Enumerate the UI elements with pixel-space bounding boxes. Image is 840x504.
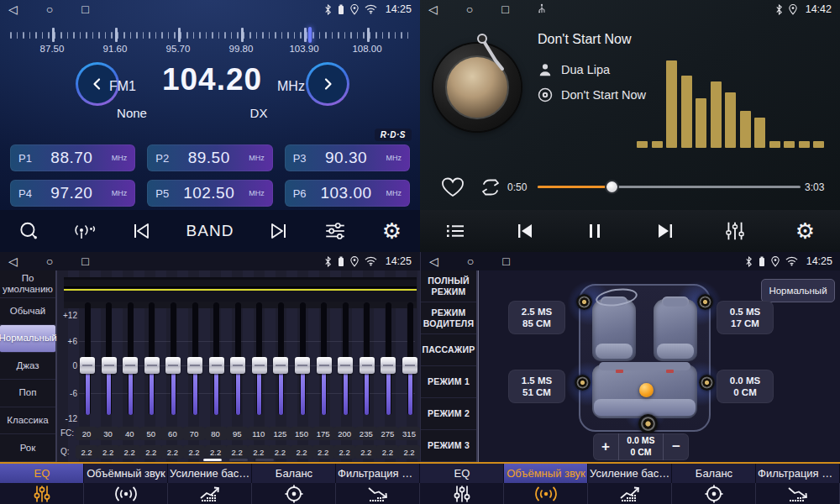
q-value-box[interactable]: 2.2 <box>118 445 140 459</box>
q-value-box[interactable]: 2.2 <box>291 445 312 459</box>
rear-left-delay-box[interactable]: 1.5 MS 51 CM <box>508 370 565 403</box>
q-value-box[interactable]: 2.2 <box>376 445 398 459</box>
fc-value-box[interactable]: 235 <box>355 427 377 440</box>
q-value-box[interactable]: 2.2 <box>398 445 420 459</box>
tab-right-5[interactable]: Фильтрация ба... <box>756 464 840 504</box>
rear-right-speaker-icon[interactable] <box>699 375 715 391</box>
recents-icon[interactable]: □ <box>81 252 88 270</box>
preset-button-p2[interactable]: P289.50MHz <box>147 144 272 171</box>
page-dash[interactable] <box>203 459 222 461</box>
rear-left-speaker-icon[interactable] <box>575 375 591 391</box>
front-right-speaker-icon[interactable] <box>697 294 713 310</box>
eq-band-handle[interactable] <box>360 357 375 374</box>
tab-right-2[interactable]: Объёмный звук <box>504 464 588 504</box>
eq-preset-item[interactable]: Поп <box>0 380 55 407</box>
tab-left-3[interactable]: Усиление басов <box>168 464 252 504</box>
player-eq-button[interactable] <box>714 214 756 248</box>
preset-button-p4[interactable]: P497.20MHz <box>10 180 135 207</box>
back-icon[interactable]: ◁ <box>8 0 18 18</box>
eq-preset-item[interactable]: Классика <box>0 407 55 435</box>
eq-band-handle[interactable] <box>252 357 267 374</box>
fc-value-box[interactable]: 80 <box>205 427 227 440</box>
home-icon[interactable]: ○ <box>46 0 53 18</box>
fc-value-box[interactable]: 200 <box>333 427 355 440</box>
delay-mode-item[interactable]: РЕЖИМ 1 <box>421 366 476 398</box>
seek-knob[interactable] <box>606 181 617 192</box>
favorite-button[interactable] <box>440 176 465 198</box>
tab-right-1[interactable]: EQ <box>420 464 504 504</box>
tab-left-1[interactable]: EQ <box>0 464 84 504</box>
preset-button-p1[interactable]: P188.70MHz <box>10 144 135 171</box>
eq-band-handle[interactable] <box>338 357 353 374</box>
eq-band-handle[interactable] <box>230 357 245 374</box>
sound-profile-button[interactable]: Нормальный <box>761 279 835 302</box>
seek-bar[interactable] <box>538 186 801 188</box>
q-value-box[interactable]: 2.2 <box>269 445 291 459</box>
home-icon[interactable]: ○ <box>46 252 53 270</box>
q-value-box[interactable]: 2.2 <box>97 445 119 459</box>
listener-position-marker[interactable] <box>639 383 654 397</box>
radio-eq-settings-button[interactable] <box>314 214 356 248</box>
fc-value-box[interactable]: 20 <box>76 427 97 440</box>
q-value-box[interactable]: 2.2 <box>205 445 227 459</box>
preset-button-p5[interactable]: P5102.50MHz <box>147 180 272 207</box>
q-value-box[interactable]: 2.2 <box>76 445 97 459</box>
next-track-button[interactable] <box>644 214 686 248</box>
fc-value-box[interactable]: 175 <box>312 427 334 440</box>
eq-band-handle[interactable] <box>80 357 95 374</box>
eq-band-handle[interactable] <box>402 357 417 374</box>
tune-up-button[interactable] <box>306 62 349 106</box>
rear-right-delay-box[interactable]: 0.0 MS 0 CM <box>717 370 774 403</box>
preset-button-p6[interactable]: P6103.00MHz <box>285 180 410 207</box>
back-icon[interactable]: ◁ <box>429 252 438 270</box>
page-dash[interactable] <box>255 459 274 461</box>
eq-preset-item[interactable]: Обычай <box>0 298 55 326</box>
delay-increase-button[interactable]: + <box>593 433 618 460</box>
home-icon[interactable]: ○ <box>466 0 473 18</box>
delay-mode-item[interactable]: РЕЖИМ 2 <box>421 398 476 430</box>
fc-value-box[interactable]: 50 <box>140 427 162 440</box>
next-station-button[interactable] <box>258 214 300 248</box>
eq-band-handle[interactable] <box>144 357 160 374</box>
preset-button-p3[interactable]: P390.30MHz <box>285 144 410 171</box>
q-value-box[interactable]: 2.2 <box>140 445 162 459</box>
fc-value-box[interactable]: 60 <box>161 427 183 440</box>
eq-preset-item[interactable]: Нормальный <box>0 325 55 353</box>
band-button[interactable]: BAND <box>176 214 244 248</box>
fc-value-box[interactable]: 95 <box>226 427 248 440</box>
radio-settings-button[interactable]: ⚙ <box>370 214 412 248</box>
frequency-scale[interactable] <box>8 25 412 45</box>
tab-left-2[interactable]: Объёмный звук <box>84 464 168 504</box>
eq-band-handle[interactable] <box>102 357 117 374</box>
tab-left-5[interactable]: Фильтрация ба... <box>336 464 420 504</box>
fc-value-box[interactable]: 150 <box>291 427 312 440</box>
eq-band-handle[interactable] <box>187 357 202 374</box>
player-settings-button[interactable]: ⚙ <box>784 214 826 248</box>
eq-band-handle[interactable] <box>209 357 224 374</box>
eq-band-handle[interactable] <box>295 357 310 374</box>
eq-band-handle[interactable] <box>123 357 138 374</box>
home-icon[interactable]: ○ <box>467 252 474 270</box>
tab-right-3[interactable]: Усиление басов <box>588 464 672 504</box>
delay-mode-item[interactable]: РЕЖИМ ВОДИТЕЛЯ <box>421 302 476 334</box>
delay-mode-item[interactable]: ПАССАЖИР <box>421 334 476 366</box>
fc-value-box[interactable]: 40 <box>118 427 140 440</box>
delay-mode-item[interactable]: РЕЖИМ 3 <box>421 430 476 462</box>
eq-band-handle[interactable] <box>381 357 396 374</box>
q-value-box[interactable]: 2.2 <box>355 445 377 459</box>
recents-icon[interactable]: □ <box>81 0 88 18</box>
eq-band-handle[interactable] <box>317 357 332 374</box>
subwoofer-icon[interactable] <box>638 414 658 433</box>
page-dash[interactable] <box>229 459 248 461</box>
fc-value-box[interactable]: 275 <box>376 427 398 440</box>
previous-station-button[interactable] <box>120 214 162 248</box>
eq-band-handle[interactable] <box>273 357 288 374</box>
delay-mode-item[interactable]: ПОЛНЫЙ РЕЖИМ <box>421 270 476 302</box>
fc-value-box[interactable]: 110 <box>248 427 270 440</box>
front-left-speaker-icon[interactable] <box>576 294 592 310</box>
eq-preset-item[interactable]: По умолчанию <box>0 270 55 298</box>
recents-icon[interactable]: □ <box>502 252 509 270</box>
tab-left-4[interactable]: Баланс <box>252 464 336 504</box>
front-right-delay-box[interactable]: 0.5 MS 17 CM <box>717 301 774 334</box>
eq-preset-item[interactable]: Джаз <box>0 353 55 381</box>
